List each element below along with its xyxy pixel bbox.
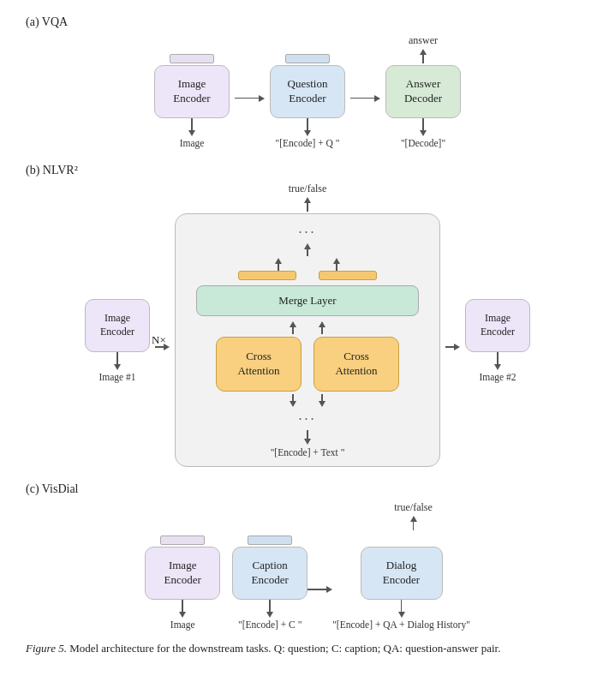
nlvr-main-row: Image Encoder Image #1 N×	[85, 213, 530, 467]
nlvr-true-false-area: true/false	[289, 182, 327, 212]
nlvr-image-encoder-2-box: Image Encoder	[465, 299, 530, 352]
vqa-arrow-1	[235, 95, 265, 102]
visdial-diagram-row: Image Encoder Image Caption Encoder	[145, 535, 470, 630]
section-nlvr: (b) NLVR² true/false Image Encoder	[26, 164, 589, 467]
section-visdial: (c) VisDial true/false Image Enc	[26, 482, 589, 630]
nlvr-merge-feed-arrows	[275, 258, 340, 271]
nlvr-bottom-dots: ···	[299, 412, 317, 428]
nlvr-cross-attn-1-box: Cross Attention	[216, 337, 302, 392]
visdial-caption-tab	[248, 535, 292, 545]
vqa-answer-decoder-box: Answer Decoder	[385, 65, 461, 118]
vqa-arrow-2	[350, 95, 380, 102]
visdial-encode-qa-label: "[Encode] + QA + Dialog History"	[332, 619, 470, 630]
nlvr-right-side-arrow	[445, 344, 460, 350]
vqa-answer-decoder-col: answer Answer Decoder "[Decode]"	[385, 34, 461, 148]
visdial-caption-encoder-col: Caption Encoder "[Encode] + C "	[232, 535, 308, 630]
vqa-image-encoder-col: Image Encoder Image	[154, 54, 230, 148]
vqa-decode-arrow	[420, 118, 427, 136]
vqa-decode-label: "[Decode]"	[401, 138, 445, 148]
section-vqa: (a) VQA Image Encoder Image Question Enc…	[26, 15, 589, 148]
nlvr-merge-layer-box: Merge Layer	[196, 285, 419, 316]
vqa-image-arrow	[188, 118, 195, 136]
figure-caption: Figure 5. Model architecture for the dow…	[26, 640, 589, 657]
nlvr-image-encoder-1-box: Image Encoder	[85, 299, 150, 352]
nlvr-feed-bar-1	[238, 271, 296, 280]
visdial-image-encoder-col: Image Encoder Image	[145, 535, 220, 630]
nlvr-nx-label: N×	[152, 333, 166, 347]
vqa-question-tab	[285, 54, 330, 63]
visdial-dialog-encoder-col: Dialog Encoder "[Encode] + QA + Dialog H…	[332, 547, 470, 630]
nlvr-label: (b) NLVR²	[26, 164, 589, 177]
visdial-true-false-label: true/false	[394, 501, 433, 514]
vqa-question-encoder-box: Question Encoder	[270, 65, 345, 118]
visdial-arrow	[308, 586, 332, 593]
figure-caption-prefix: Figure 5.	[26, 642, 67, 655]
nlvr-image-2-label: Image #2	[479, 372, 516, 382]
visdial-dialog-encoder-box: Dialog Encoder	[361, 547, 443, 600]
visdial-image-label: Image	[170, 619, 195, 630]
vqa-answer-label: answer	[409, 34, 438, 47]
vqa-diagram-row: Image Encoder Image Question Encoder "[E…	[26, 34, 589, 148]
visdial-image-tab	[160, 535, 205, 545]
nlvr-image-1-label: Image #1	[99, 372, 135, 382]
visdial-label: (c) VisDial	[26, 482, 589, 496]
figure-caption-text: Model architecture for the downstream ta…	[67, 642, 501, 655]
vqa-image-label: Image	[180, 138, 205, 148]
nlvr-image-encoder-1-col: Image Encoder Image #1	[85, 299, 150, 382]
visdial-image-encoder-box: Image Encoder	[145, 547, 220, 600]
nlvr-inner-container: N× ···	[175, 213, 440, 467]
visdial-caption-encoder-box: Caption Encoder	[232, 547, 308, 600]
vqa-label: (a) VQA	[26, 15, 589, 29]
visdial-true-false-area: true/false	[145, 501, 470, 530]
nlvr-image-encoder-2-col: Image Encoder Image #2	[465, 299, 530, 382]
vqa-encode-q-label: "[Encode] + Q "	[276, 138, 340, 148]
nlvr-merge-up-arrow	[304, 243, 311, 256]
nlvr-encode-text-label: "[Encode] + Text "	[271, 447, 345, 458]
vqa-question-encoder-col: Question Encoder "[Encode] + Q "	[270, 54, 345, 148]
nlvr-true-false-label: true/false	[289, 182, 327, 195]
nlvr-cross-attn-down-arrows	[290, 394, 325, 407]
nlvr-cross-attn-row: Cross Attention Cross Attention	[216, 337, 399, 392]
vqa-image-encoder-box: Image Encoder	[154, 65, 230, 118]
vqa-answer-up-arrow	[420, 49, 427, 63]
vqa-image-tab	[170, 54, 214, 63]
visdial-encode-c-label: "[Encode] + C "	[238, 619, 302, 630]
nlvr-cross-attn-2-box: Cross Attention	[313, 337, 399, 392]
nlvr-cross-attn-feed-arrows	[290, 321, 325, 334]
nlvr-feed-bar-2	[319, 271, 377, 280]
nlvr-feed-bars-row	[238, 271, 377, 283]
nlvr-top-dots: ···	[299, 225, 317, 241]
vqa-question-arrow	[304, 118, 311, 136]
